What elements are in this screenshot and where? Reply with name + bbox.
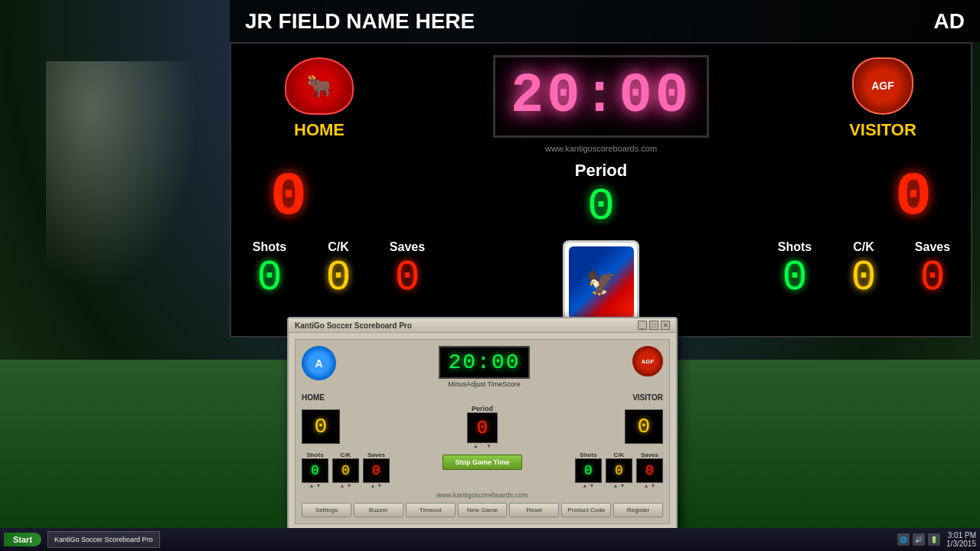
visitor-team-logo	[844, 55, 921, 116]
window-maximize-btn[interactable]: □	[649, 321, 658, 330]
sw-center-btn-area: Stop Game Time	[443, 455, 523, 470]
home-shots-value: 0	[256, 254, 282, 302]
sw-top-row: A 20:00 Minus Adjust Time Score AGF	[302, 346, 663, 390]
window-close-btn[interactable]: ✕	[661, 321, 670, 330]
sw-home-shots-label: Shots	[306, 452, 323, 458]
home-team-section: HOME	[243, 55, 396, 140]
sw-clock-labels: Minus Adjust Time Score	[448, 380, 521, 388]
sw-score-label: Score	[502, 380, 521, 388]
window-titlebar: KantiGo Soccer Scoreboard Pro _ □ ✕	[289, 318, 676, 333]
clock-section: 20:00 www.kantigoscoreboards.com	[396, 55, 806, 153]
sw-visitor-ck-col: C/K 0 ▲ ▼	[606, 452, 632, 488]
sw-home-ck-arrows[interactable]: ▲ ▼	[340, 483, 352, 488]
window-title-text: KantiGo Soccer Scoreboard Pro	[295, 321, 412, 330]
sw-bottom-buttons: Settings Buzzer Timeout New Game Reset P…	[302, 503, 663, 517]
sw-website-text: www.kantigoscoreboards.com	[302, 491, 663, 499]
buzzer-button[interactable]: Buzzer	[354, 503, 403, 517]
window-body: A 20:00 Minus Adjust Time Score AGF HOME…	[289, 333, 676, 530]
home-ck-label: C/K	[328, 240, 349, 254]
visitor-ck-label: C/K	[853, 240, 874, 254]
sw-visitor-ck-arrows[interactable]: ▲ ▼	[613, 483, 626, 488]
taskbar-app-label: KantiGo Soccer Scoreboard Pro	[54, 536, 153, 543]
sw-adjust-label: Adjust Time	[466, 380, 502, 388]
sw-home-stat-group: Shots 0 ▲ ▼ C/K 0 ▲ ▼ Saves 0 ▲ ▼	[302, 452, 390, 488]
visitor-saves-label: Saves	[915, 240, 950, 254]
taskbar-app-item[interactable]: KantiGo Soccer Scoreboard Pro	[47, 531, 160, 548]
center-aguilas-logo	[563, 240, 639, 324]
reset-button[interactable]: Reset	[509, 503, 559, 517]
sw-visitor-shots-arrows[interactable]: ▲ ▼	[583, 483, 595, 488]
visitor-score: 0	[867, 162, 959, 232]
home-shots-label: Shots	[253, 240, 286, 254]
sw-stats-row: Shots 0 ▲ ▼ C/K 0 ▲ ▼ Saves 0 ▲ ▼	[302, 452, 663, 488]
sw-score-row: 0 Period 0 ▲ ▼ 0	[302, 405, 663, 448]
start-button[interactable]: Start	[4, 533, 41, 546]
taskbar-system-icons: 🌐 🔊 🔋	[897, 533, 940, 546]
home-ck-value: 0	[325, 254, 351, 302]
software-window: KantiGo Soccer Scoreboard Pro _ □ ✕ A 20…	[287, 317, 678, 532]
visitor-ck-col: C/K 0	[837, 240, 890, 302]
sw-visitor-ck-label: C/K	[614, 452, 625, 458]
stats-row: Shots 0 C/K 0 Saves 0 Shots 0 C/K	[243, 240, 959, 324]
field-name-title: JR FIELD NAME HERE	[245, 9, 475, 34]
period-section: Period 0	[335, 161, 867, 233]
visitor-stats: Shots 0 C/K 0 Saves 0	[691, 240, 959, 302]
system-time: 3:01 PM	[946, 531, 976, 540]
sw-period-plus[interactable]: ▼	[486, 443, 492, 448]
period-value: 0	[587, 181, 615, 233]
home-score: 0	[243, 162, 335, 232]
visitor-shots-col: Shots 0	[768, 240, 822, 302]
game-clock: 20:00	[493, 55, 709, 138]
sw-visitor-saves-col: Saves 0 ▲ ▼	[636, 452, 663, 488]
sw-home-score: 0	[302, 409, 340, 444]
sw-home-saves-box: 0	[363, 458, 390, 483]
redbull-logo-icon	[285, 57, 354, 115]
network-icon: 🌐	[897, 533, 910, 546]
sw-home-shots-arrows[interactable]: ▲ ▼	[309, 483, 322, 488]
ad-label: AD	[934, 9, 965, 34]
sw-home-ck-label: C/K	[341, 452, 351, 458]
register-button[interactable]: Register	[613, 503, 663, 517]
home-stats: Shots 0 C/K 0 Saves 0	[243, 240, 511, 302]
timeout-button[interactable]: Timeout	[406, 503, 456, 517]
sw-minus-label: Minus	[448, 380, 466, 388]
score-row: 0 Period 0 0	[243, 161, 959, 233]
sw-team-names: HOME VISITOR	[302, 393, 663, 402]
product-code-button[interactable]: Product Code	[561, 503, 611, 517]
stop-game-time-button[interactable]: Stop Game Time	[443, 455, 523, 470]
sw-home-saves-arrows[interactable]: ▲ ▼	[371, 483, 383, 488]
sw-visitor-logo: AGF	[632, 346, 663, 377]
scoreboard-top-section: HOME 20:00 www.kantigoscoreboards.com VI…	[243, 55, 959, 153]
sw-visitor-shots-label: Shots	[580, 452, 596, 458]
sw-visitor-stat-group: Shots 0 ▲ ▼ C/K 0 ▲ ▼ Saves 0 ▲ ▼	[575, 452, 663, 488]
sw-home-logo: A	[302, 346, 336, 380]
sw-visitor-saves-arrows[interactable]: ▲ ▼	[644, 483, 656, 488]
sw-visitor-saves-label: Saves	[641, 452, 658, 458]
website-url: www.kantigoscoreboards.com	[545, 144, 657, 153]
home-saves-label: Saves	[390, 240, 425, 254]
sw-visitor-ck-box: 0	[606, 458, 632, 483]
sw-home-ck-col: C/K 0 ▲ ▼	[332, 452, 359, 488]
sw-home-saves-col: Saves 0 ▲ ▼	[363, 452, 390, 488]
main-scoreboard: HOME 20:00 www.kantigoscoreboards.com VI…	[230, 42, 972, 337]
battery-icon: 🔋	[928, 533, 940, 546]
new-game-button[interactable]: New Game	[458, 503, 508, 517]
visitor-team-name: VISITOR	[849, 120, 916, 140]
system-clock: 3:01 PM 1/3/2015	[946, 531, 976, 548]
sw-home-name: HOME	[302, 393, 325, 402]
visitor-saves-col: Saves 0	[906, 240, 959, 302]
aguilas-eagle-icon	[569, 246, 634, 319]
visitor-saves-value: 0	[920, 254, 945, 302]
sw-home-shots-col: Shots 0 ▲ ▼	[302, 452, 328, 488]
home-shots-col: Shots 0	[243, 240, 296, 302]
top-bar: JR FIELD NAME HERE AD	[230, 0, 980, 42]
sw-period-minus[interactable]: ▲	[473, 443, 479, 448]
visitor-shots-value: 0	[782, 254, 807, 302]
taskbar-right: 🌐 🔊 🔋 3:01 PM 1/3/2015	[897, 531, 976, 548]
window-minimize-btn[interactable]: _	[638, 321, 647, 330]
home-saves-value: 0	[394, 254, 420, 302]
sw-clock: 20:00	[439, 346, 529, 379]
settings-button[interactable]: Settings	[302, 503, 351, 517]
sw-home-saves-label: Saves	[368, 452, 385, 458]
stadium-light-left	[46, 61, 199, 291]
